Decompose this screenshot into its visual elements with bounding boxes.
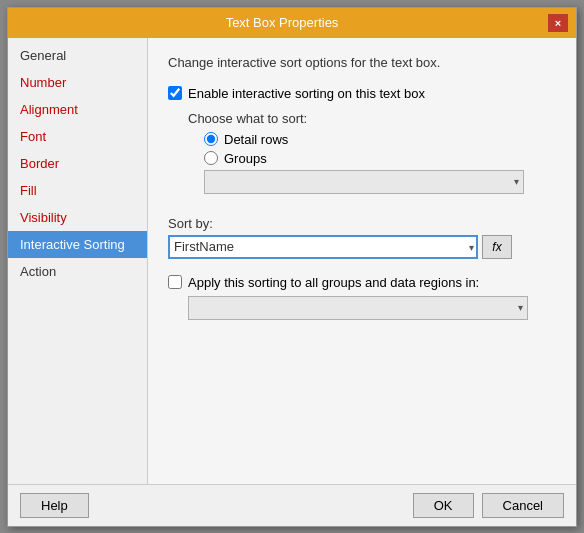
sort-by-select-wrapper: FirstName ▾ [168, 235, 478, 259]
dialog-title: Text Box Properties [16, 15, 548, 30]
detail-rows-radio[interactable] [204, 132, 218, 146]
choose-sort-section: Choose what to sort: Detail rows Groups … [168, 111, 556, 194]
groups-dropdown[interactable]: ▾ [204, 170, 524, 194]
sort-by-section: Sort by: FirstName ▾ fx [168, 216, 556, 259]
groups-dropdown-container: ▾ [204, 170, 556, 194]
groups-label: Groups [224, 151, 267, 166]
groups-dropdown-arrow: ▾ [514, 176, 519, 187]
detail-rows-row: Detail rows [204, 132, 556, 147]
apply-section: Apply this sorting to all groups and dat… [168, 275, 556, 320]
apply-row: Apply this sorting to all groups and dat… [168, 275, 556, 290]
dialog-footer: Help OK Cancel [8, 484, 576, 526]
sidebar-item-visibility[interactable]: Visibility [8, 204, 147, 231]
sidebar: General Number Alignment Font Border Fil… [8, 38, 148, 484]
main-content: Change interactive sort options for the … [148, 38, 576, 484]
sidebar-item-interactive-sorting[interactable]: Interactive Sorting [8, 231, 147, 258]
enable-sorting-label: Enable interactive sorting on this text … [188, 86, 425, 101]
choose-label: Choose what to sort: [188, 111, 556, 126]
enable-sorting-row: Enable interactive sorting on this text … [168, 86, 556, 101]
sidebar-item-font[interactable]: Font [8, 123, 147, 150]
dialog: Text Box Properties × General Number Ali… [7, 7, 577, 527]
sort-by-row: FirstName ▾ fx [168, 235, 556, 259]
radio-group: Detail rows Groups [204, 132, 556, 166]
help-button[interactable]: Help [20, 493, 89, 518]
sidebar-item-number[interactable]: Number [8, 69, 147, 96]
page-description: Change interactive sort options for the … [168, 54, 556, 72]
apply-label: Apply this sorting to all groups and dat… [188, 275, 479, 290]
cancel-button[interactable]: Cancel [482, 493, 564, 518]
groups-radio[interactable] [204, 151, 218, 165]
footer-left: Help [20, 493, 89, 518]
sidebar-item-border[interactable]: Border [8, 150, 147, 177]
sort-by-label: Sort by: [168, 216, 556, 231]
detail-rows-label: Detail rows [224, 132, 288, 147]
enable-sorting-checkbox[interactable] [168, 86, 182, 100]
sidebar-item-general[interactable]: General [8, 42, 147, 69]
dialog-body: General Number Alignment Font Border Fil… [8, 38, 576, 484]
apply-dropdown-arrow: ▾ [518, 302, 523, 313]
sidebar-item-fill[interactable]: Fill [8, 177, 147, 204]
sort-by-select[interactable]: FirstName [168, 235, 478, 259]
sidebar-item-alignment[interactable]: Alignment [8, 96, 147, 123]
groups-row: Groups [204, 151, 556, 166]
close-button[interactable]: × [548, 14, 568, 32]
sidebar-item-action[interactable]: Action [8, 258, 147, 285]
ok-button[interactable]: OK [413, 493, 474, 518]
title-bar: Text Box Properties × [8, 8, 576, 38]
apply-all-checkbox[interactable] [168, 275, 182, 289]
footer-right: OK Cancel [413, 493, 564, 518]
apply-dropdown[interactable]: ▾ [188, 296, 528, 320]
fx-button[interactable]: fx [482, 235, 512, 259]
